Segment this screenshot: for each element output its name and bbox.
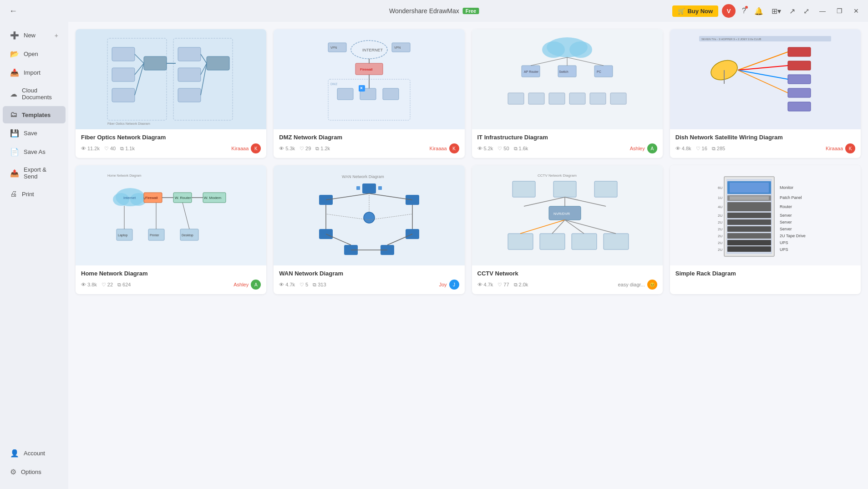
template-card-dmz[interactable]: INTERNET VPN VPN Firewall DMZ	[274, 29, 464, 158]
sidebar-item-templates[interactable]: 🗂 Templates	[3, 106, 66, 123]
heart-icon: ♡	[104, 146, 109, 152]
community-button[interactable]: ⊞▾	[769, 5, 784, 17]
template-card-cctv[interactable]: CCTV Network Diagram NVR/DVR	[472, 165, 663, 294]
eye-icon: 👁	[477, 282, 482, 287]
likes: ♡ 29	[299, 146, 311, 152]
expand-button[interactable]: ⤢	[801, 5, 812, 17]
svg-text:2U: 2U	[718, 214, 722, 218]
copies: ⧉ 313	[313, 282, 326, 288]
svg-rect-120	[594, 181, 617, 197]
sidebar-item-import[interactable]: 📥 Import	[3, 64, 66, 82]
dmz-diagram-svg: INTERNET VPN VPN Firewall DMZ	[301, 34, 437, 125]
heart-icon: ♡	[102, 282, 106, 288]
svg-rect-147	[727, 246, 771, 252]
sidebar-bottom: 👤 Account ⚙ Options	[0, 440, 68, 485]
svg-rect-138	[730, 183, 769, 193]
notification-button[interactable]: 🔔	[751, 5, 766, 17]
restore-button[interactable]: ❐	[833, 5, 846, 16]
card-image-home: Home Network Diagram Internet Firewall W…	[76, 165, 266, 265]
svg-rect-142	[727, 213, 771, 218]
svg-text:Router: Router	[780, 204, 792, 209]
svg-rect-146	[727, 240, 771, 245]
card-info-wan: WAN Network Diagram 👁 4.7k ♡ 5 ⧉ 313	[274, 265, 464, 294]
svg-text:Desktop: Desktop	[182, 234, 193, 237]
back-button[interactable]: ←	[5, 5, 21, 18]
svg-rect-99	[378, 186, 382, 190]
svg-text:Laptop: Laptop	[118, 234, 128, 237]
svg-rect-143	[727, 219, 771, 225]
svg-rect-5	[112, 88, 135, 102]
svg-text:CCTV Network Diagram: CCTV Network Diagram	[538, 173, 577, 178]
svg-rect-65	[788, 47, 811, 56]
card-meta: 👁 4.7k ♡ 5 ⧉ 313 Joy J	[279, 280, 459, 290]
sidebar-item-label: Templates	[22, 112, 51, 118]
card-image-fiber-optics: Fiber Optics Network Diagram	[76, 29, 266, 129]
svg-text:2U: 2U	[718, 227, 722, 231]
eye-icon: 👁	[675, 146, 680, 151]
sidebar-item-export[interactable]: 📤 Export & Send	[3, 162, 66, 184]
likes: ♡ 16	[696, 146, 707, 152]
card-author: Kiraaaa K	[231, 143, 261, 153]
template-grid: Fiber Optics Network Diagram Fiber Optic…	[76, 29, 861, 294]
copy-icon: ⧉	[315, 146, 319, 152]
svg-text:2U: 2U	[718, 241, 722, 245]
template-card-dish[interactable]: SEVEN TVs - 3 HOPPER 3 + 2 JOEY 2.0s CLU…	[670, 29, 861, 158]
svg-rect-141	[727, 202, 771, 211]
card-info-dish: Dish Network Satellite Wiring Diagram 👁 …	[670, 129, 861, 158]
svg-text:1U: 1U	[718, 196, 722, 200]
sidebar-item-print[interactable]: 🖨 Print	[3, 185, 66, 203]
svg-rect-145	[727, 233, 771, 239]
minimize-button[interactable]: —	[816, 5, 829, 16]
card-title: CCTV Network	[477, 270, 657, 277]
template-card-fiber-optics[interactable]: Fiber Optics Network Diagram Fiber Optic…	[76, 29, 266, 158]
copies: ⧉ 2.0k	[514, 282, 528, 288]
sidebar-item-save-as[interactable]: 📄 Save As	[3, 143, 66, 161]
save-as-icon: 📄	[10, 148, 19, 156]
sidebar-item-options[interactable]: ⚙ Options	[3, 463, 66, 481]
author-avatar: J	[449, 280, 459, 290]
heart-icon: ♡	[299, 146, 304, 152]
user-avatar[interactable]: V	[722, 4, 736, 18]
views: 👁 4.8k	[675, 146, 691, 151]
template-card-rack[interactable]: Monitor Patch Panel Router Server Server…	[670, 165, 861, 294]
sidebar-item-cloud[interactable]: ☁ Cloud Documents	[3, 82, 66, 105]
template-card-home-network[interactable]: Home Network Diagram Internet Firewall W…	[76, 165, 266, 294]
eye-icon: 👁	[279, 282, 284, 287]
card-info-it-infra: IT Infrastructure Diagram 👁 5.2k ♡ 50 ⧉	[472, 129, 663, 158]
heart-icon: ♡	[497, 282, 502, 288]
buy-now-button[interactable]: 🛒 Buy Now	[672, 5, 718, 17]
help-button[interactable]: ?	[739, 5, 749, 17]
titlebar: ← Wondershare EdrawMax Free 🛒 Buy Now V …	[0, 0, 868, 22]
svg-point-39	[542, 41, 565, 58]
likes: ♡ 5	[299, 282, 308, 288]
titlebar-right: 🛒 Buy Now V ? 🔔 ⊞▾ ↗ ⤢ — ❐ ✕	[672, 4, 863, 18]
svg-text:Printer: Printer	[150, 234, 159, 237]
cctv-diagram-svg: CCTV Network Diagram NVR/DVR	[499, 170, 635, 261]
sidebar-item-open[interactable]: 📂 Open	[3, 45, 66, 63]
template-card-it-infra[interactable]: AP Router Switch PC	[472, 29, 663, 158]
share-button[interactable]: ↗	[787, 5, 798, 17]
svg-text:VPN: VPN	[330, 46, 337, 49]
svg-rect-129	[604, 234, 629, 250]
copy-icon: ⧉	[514, 146, 518, 152]
card-image-cctv: CCTV Network Diagram NVR/DVR	[472, 165, 663, 265]
template-card-wan[interactable]: WAN Network Diagram	[274, 165, 464, 294]
sidebar-item-save[interactable]: 💾 Save	[3, 124, 66, 142]
close-button[interactable]: ✕	[850, 5, 863, 16]
sidebar-item-new[interactable]: ➕ New +	[3, 26, 66, 44]
views: 👁 3.8k	[81, 282, 97, 287]
card-meta: 👁 5.3k ♡ 29 ⧉ 1.2k Kiraaaa	[279, 143, 459, 153]
copies: ⧉ 1.6k	[514, 146, 528, 152]
svg-text:VPN: VPN	[394, 46, 401, 49]
sidebar-item-account[interactable]: 👤 Account	[3, 444, 66, 462]
main-layout: ➕ New + 📂 Open 📥 Import ☁ Cloud Document…	[0, 22, 868, 489]
svg-text:6U: 6U	[718, 186, 722, 190]
card-title: Dish Network Satellite Wiring Diagram	[675, 134, 855, 141]
account-icon: 👤	[10, 449, 19, 458]
open-icon: 📂	[10, 50, 19, 58]
card-image-dmz: INTERNET VPN VPN Firewall DMZ	[274, 29, 464, 129]
sidebar-item-label: Save As	[24, 148, 46, 155]
cart-icon: 🛒	[678, 8, 685, 15]
new-icon: ➕	[10, 31, 19, 40]
eye-icon: 👁	[279, 146, 284, 151]
